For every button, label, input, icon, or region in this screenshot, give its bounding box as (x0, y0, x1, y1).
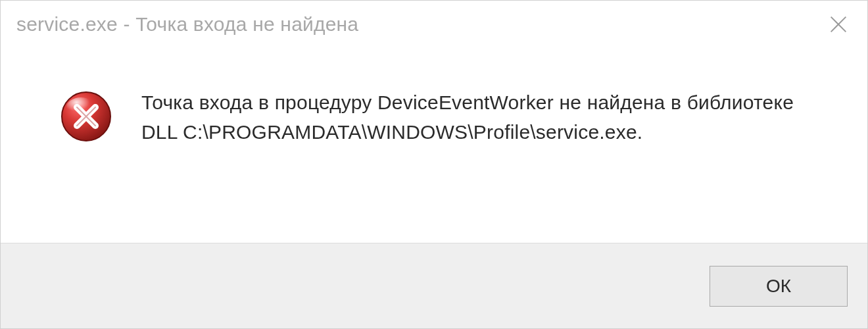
button-row: ОК (1, 243, 867, 328)
dialog-title: service.exe - Точка входа не найдена (16, 13, 358, 36)
close-button[interactable] (823, 9, 854, 40)
ok-button[interactable]: ОК (710, 266, 848, 307)
close-icon (827, 13, 850, 36)
error-dialog: service.exe - Точка входа не найдена (0, 0, 868, 329)
error-icon (60, 90, 112, 143)
titlebar: service.exe - Точка входа не найдена (1, 1, 867, 48)
content-area: Точка входа в процедуру DeviceEventWorke… (1, 48, 867, 243)
error-message: Точка входа в процедуру DeviceEventWorke… (141, 88, 799, 147)
